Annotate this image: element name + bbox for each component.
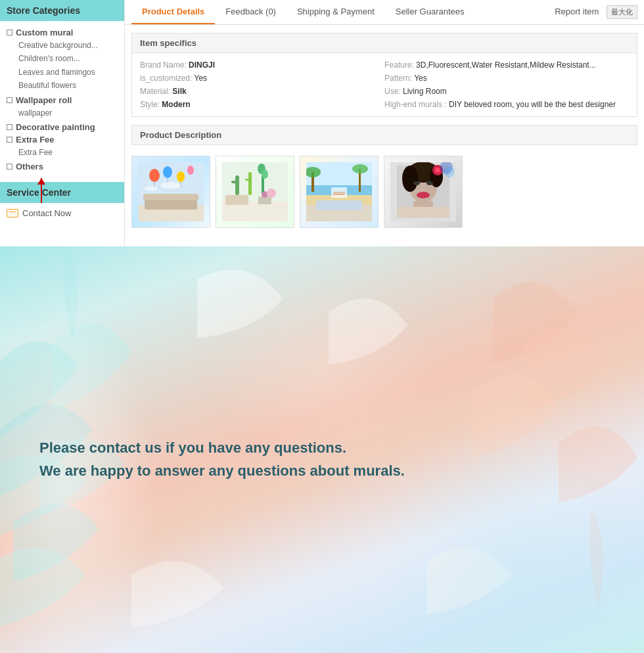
spec-use: Use: Living Room	[384, 85, 629, 98]
tab-shipping[interactable]: Shipping & Payment	[287, 0, 385, 24]
bottom-line2: We are happy to answer any questions abo…	[39, 459, 605, 482]
product-image-2-svg	[222, 162, 288, 221]
spec-pattern: Pattern: Yes	[384, 72, 629, 85]
svg-point-5	[163, 166, 172, 178]
sidebar-sub-flowers[interactable]: Beautiful flowers	[7, 79, 118, 92]
svg-point-21	[262, 169, 268, 179]
spec-style: Style: Modern	[140, 98, 384, 111]
sidebar-sub-childrens[interactable]: Children's room...	[7, 52, 118, 65]
expand-icon	[7, 30, 12, 35]
expand-icon	[7, 124, 12, 130]
sidebar-item-others[interactable]: Others	[7, 162, 118, 171]
svg-point-43	[402, 166, 418, 192]
sidebar-item-extra-fee[interactable]: Extra Fee	[7, 135, 118, 145]
specs-right: Feature: 3D,Fluorescent,Water Resistant,…	[384, 58, 629, 111]
product-image-4-svg	[390, 162, 456, 221]
specifics-grid: Brand Name: DINGJI is_customized: Yes Ma…	[132, 53, 637, 116]
spec-feature: Feature: 3D,Fluorescent,Water Resistant,…	[384, 58, 629, 72]
sidebar-categories: Custom mural Creative background... Chil…	[0, 21, 124, 177]
report-item-link[interactable]: Report item 最大化	[555, 5, 637, 19]
bottom-line1: Please contact us if you have any questi…	[39, 436, 605, 459]
sidebar-sub-extra-fee[interactable]: Extra Fee	[7, 146, 118, 159]
svg-point-7	[187, 166, 194, 175]
svg-rect-16	[231, 181, 237, 183]
sidebar-sub-wallpaper[interactable]: wallpaper	[7, 106, 118, 120]
product-image-3: 2022	[300, 156, 379, 228]
bottom-section: Please contact us if you have any questi…	[0, 246, 644, 653]
product-image-2	[216, 156, 294, 228]
svg-rect-51	[397, 207, 449, 218]
arrow-container: Contact Now	[0, 203, 124, 223]
sidebar-item-custom-mural[interactable]: Custom mural	[7, 28, 118, 37]
product-image-1-svg	[138, 162, 204, 221]
svg-point-48	[426, 181, 433, 185]
tab-product-details[interactable]: Product Details	[131, 0, 215, 24]
svg-point-53	[444, 167, 455, 177]
sidebar-item-decorative[interactable]: Decorative painting	[7, 122, 118, 132]
svg-text:2022: 2022	[333, 191, 345, 196]
svg-point-49	[417, 192, 430, 198]
spec-customized: is_customized: Yes	[140, 72, 384, 85]
service-center-header: Service Center	[0, 182, 124, 203]
svg-point-34	[352, 164, 368, 173]
svg-rect-38	[316, 200, 362, 210]
svg-rect-15	[235, 175, 239, 195]
expand-icon	[7, 137, 12, 143]
expand-icon	[7, 164, 12, 169]
sidebar: Store Categories Custom mural Creative b…	[0, 0, 125, 246]
tab-seller-guarantees[interactable]: Seller Guarantees	[385, 0, 475, 24]
specs-left: Brand Name: DINGJI is_customized: Yes Ma…	[140, 58, 384, 111]
bottom-text-block: Please contact us if you have any questi…	[39, 436, 605, 482]
spec-material: Material: Silk	[140, 85, 384, 98]
svg-rect-23	[225, 195, 248, 205]
svg-point-12	[145, 186, 158, 191]
spec-brand: Brand Name: DINGJI	[140, 58, 384, 72]
tab-feedback[interactable]: Feedback (0)	[215, 0, 287, 24]
spec-highend: High-end murals : DIY beloved room, you …	[384, 98, 629, 111]
contact-now-button[interactable]: Contact Now	[0, 203, 124, 223]
svg-rect-17	[248, 172, 252, 195]
svg-point-46	[435, 168, 440, 173]
product-image-3-svg: 2022	[306, 162, 372, 221]
sidebar-sub-leaves[interactable]: Leaves and flamingos	[7, 66, 118, 79]
sidebar-item-wallpaper-roll[interactable]: Wallpaper roll	[7, 95, 118, 105]
product-image-1	[131, 156, 210, 228]
expand-icon	[7, 97, 12, 103]
red-arrow-annotation	[41, 178, 42, 203]
product-image-4	[384, 156, 463, 228]
email-icon	[7, 209, 18, 217]
svg-point-6	[177, 171, 185, 182]
tabs-bar: Product Details Feedback (0) Shipping & …	[125, 0, 644, 25]
svg-point-11	[161, 182, 181, 189]
sidebar-sub-creative[interactable]: Creative background...	[7, 39, 118, 52]
sidebar-header: Store Categories	[0, 0, 124, 21]
svg-point-47	[413, 181, 420, 185]
item-specifics-box: Item specifics Brand Name: DINGJI is_cus…	[131, 33, 637, 117]
product-description-header: Product Description	[131, 125, 637, 145]
maximize-button[interactable]: 最大化	[607, 5, 637, 19]
product-images-row: 2022	[125, 150, 644, 233]
svg-rect-3	[143, 194, 198, 200]
svg-point-4	[149, 169, 160, 182]
item-specifics-header: Item specifics	[132, 34, 637, 53]
svg-point-26	[267, 189, 276, 198]
main-content: Product Details Feedback (0) Shipping & …	[125, 0, 644, 246]
svg-rect-18	[245, 179, 249, 181]
